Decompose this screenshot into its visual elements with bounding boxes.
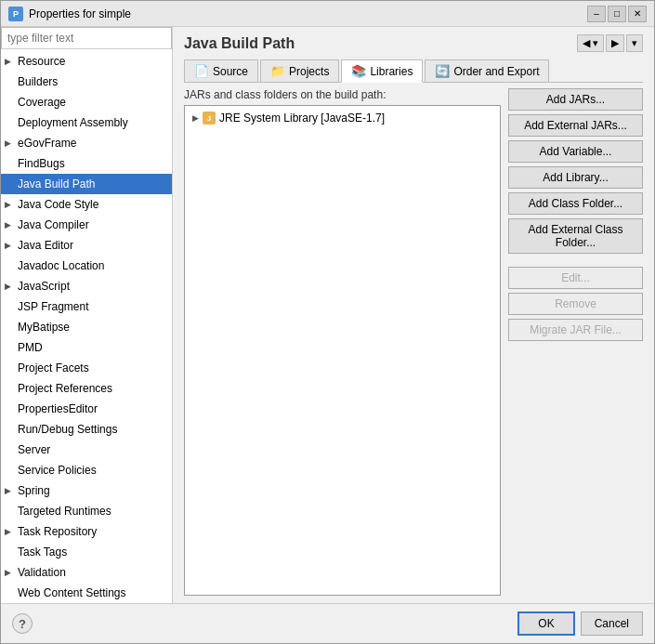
library-item[interactable]: ▶JJRE System Library [JavaSE-1.7] — [185, 110, 500, 126]
window-controls: – □ ✕ — [587, 6, 647, 22]
expand-arrow-icon: ▶ — [5, 523, 14, 540]
dialog-body: ▶ResourceBuildersCoverageDeployment Asse… — [1, 27, 654, 603]
sidebar-item-label: Task Tags — [18, 544, 67, 560]
maximize-button[interactable]: □ — [608, 6, 626, 22]
sidebar-item[interactable]: Web Content Settings — [1, 583, 172, 603]
title-bar: P Properties for simple – □ ✕ — [1, 1, 654, 27]
sidebar-item[interactable]: ▶Resource — [1, 51, 172, 72]
tab-icon: 🔄 — [435, 64, 450, 78]
sidebar-item[interactable]: ▶JavaScript — [1, 276, 172, 296]
sidebar-item[interactable]: Task Tags — [1, 542, 172, 562]
sidebar-item[interactable]: Targeted Runtimes — [1, 501, 172, 521]
page-title: Java Build Path — [184, 35, 295, 52]
sidebar-item-label: Builders — [18, 73, 58, 90]
tab-label: Order and Export — [453, 65, 539, 78]
footer-right: OK Cancel — [517, 611, 643, 636]
sidebar-item-label: MyBatipse — [18, 319, 70, 335]
dialog-footer: ? OK Cancel — [1, 603, 654, 643]
sidebar-item-label: Java Editor — [18, 237, 73, 254]
library-tree[interactable]: ▶JJRE System Library [JavaSE-1.7] — [184, 105, 501, 596]
tab-source[interactable]: 📄Source — [184, 59, 258, 82]
sidebar-item-label: Server — [18, 441, 50, 458]
tab-icon: 📄 — [194, 64, 209, 78]
sidebar-item[interactable]: PropertiesEditor — [1, 399, 172, 419]
expand-arrow-icon: ▶ — [5, 237, 14, 254]
sidebar-item[interactable]: Project Facets — [1, 358, 172, 378]
tab-label: Source — [213, 65, 248, 78]
sidebar-item-label: eGovFrame — [18, 135, 76, 151]
sidebar-item[interactable]: ▶Java Editor — [1, 235, 172, 256]
sidebar-item-label: JSP Fragment — [18, 298, 88, 315]
sidebar-item-label: Project References — [18, 380, 112, 397]
sidebar-item[interactable]: Project References — [1, 378, 172, 399]
tree-list: ▶ResourceBuildersCoverageDeployment Asse… — [1, 49, 172, 603]
sidebar-item-label: Spring — [18, 482, 50, 499]
library-panel: JARs and class folders on the build path… — [184, 88, 501, 596]
sidebar-item[interactable]: FindBugs — [1, 153, 172, 174]
sidebar-item[interactable]: JSP Fragment — [1, 296, 172, 317]
sidebar-item[interactable]: ▶Validation — [1, 562, 172, 583]
expand-arrow-icon: ▶ — [5, 564, 14, 581]
sidebar-item[interactable]: ▶eGovFrame — [1, 133, 172, 153]
sidebar-item-label: Task Repository — [18, 523, 97, 540]
action-button[interactable]: Add Class Folder... — [508, 192, 643, 215]
sidebar-item[interactable]: ▶Spring — [1, 480, 172, 501]
menu-button[interactable]: ▾ — [626, 34, 643, 52]
sidebar-item[interactable]: ▶Java Code Style — [1, 194, 172, 215]
sidebar-item-label: Targeted Runtimes — [18, 503, 111, 519]
nav-arrows: ◀ ▾ ▶ ▾ — [577, 34, 643, 52]
sidebar-item-label: Java Build Path — [18, 176, 95, 192]
sidebar-item[interactable]: Server — [1, 440, 172, 460]
action-button[interactable]: Add Variable... — [508, 140, 643, 163]
right-header: Java Build Path ◀ ▾ ▶ ▾ — [184, 34, 643, 52]
ok-button[interactable]: OK — [517, 611, 574, 636]
minimize-button[interactable]: – — [587, 6, 606, 22]
sidebar-item-label: PropertiesEditor — [18, 401, 98, 417]
sidebar-item-label: Java Code Style — [18, 196, 98, 213]
help-button[interactable]: ? — [12, 613, 33, 634]
sidebar-item[interactable]: MyBatipse — [1, 317, 172, 337]
sidebar-item[interactable]: Service Policies — [1, 460, 172, 480]
content-area: JARs and class folders on the build path… — [184, 88, 643, 596]
action-button[interactable]: Add External JARs... — [508, 114, 643, 137]
sidebar-item[interactable]: Run/Debug Settings — [1, 419, 172, 440]
action-button[interactable]: Add External Class Folder... — [508, 218, 643, 254]
sidebar-item-label: Deployment Assembly — [18, 114, 128, 131]
action-button[interactable]: Add JARs... — [508, 88, 643, 111]
filter-input[interactable] — [1, 27, 172, 49]
expand-arrow-icon: ▶ — [5, 53, 14, 70]
tab-icon: 📚 — [351, 64, 366, 78]
expand-arrow-icon: ▶ — [5, 217, 14, 233]
action-button: Migrate JAR File... — [508, 319, 643, 341]
library-label: JARs and class folders on the build path… — [184, 88, 501, 101]
expand-arrow-icon: ▶ — [5, 196, 14, 213]
sidebar-item-label: Web Content Settings — [18, 585, 126, 601]
sidebar-item-label: Java Compiler — [18, 217, 89, 233]
sidebar-item[interactable]: Coverage — [1, 92, 172, 112]
tab-order-and-export[interactable]: 🔄Order and Export — [425, 59, 549, 82]
cancel-button[interactable]: Cancel — [581, 611, 643, 636]
tabs-bar: 📄Source📁Projects📚Libraries🔄Order and Exp… — [184, 59, 643, 83]
tab-projects[interactable]: 📁Projects — [260, 59, 339, 82]
back-button[interactable]: ◀ ▾ — [577, 34, 604, 52]
tab-libraries[interactable]: 📚Libraries — [341, 59, 423, 83]
sidebar-item[interactable]: ▶Java Compiler — [1, 215, 172, 235]
sidebar-item-label: FindBugs — [18, 155, 65, 172]
sidebar-item[interactable]: ▶Task Repository — [1, 521, 172, 542]
action-button[interactable]: Add Library... — [508, 166, 643, 189]
expand-arrow-icon: ▶ — [5, 278, 14, 295]
close-button[interactable]: ✕ — [628, 6, 647, 22]
library-icon: J — [203, 112, 216, 125]
sidebar-item[interactable]: Javadoc Location — [1, 256, 172, 276]
action-buttons-panel: Add JARs...Add External JARs...Add Varia… — [508, 88, 643, 596]
dialog-title: Properties for simple — [29, 7, 582, 20]
sidebar-item[interactable]: Builders — [1, 72, 172, 92]
sidebar-item[interactable]: Deployment Assembly — [1, 112, 172, 133]
lib-expand-arrow-icon: ▶ — [192, 113, 199, 123]
dialog-icon: P — [8, 7, 23, 21]
sidebar-item-label: Javadoc Location — [18, 257, 104, 274]
properties-dialog: P Properties for simple – □ ✕ ▶ResourceB… — [0, 0, 655, 644]
sidebar-item[interactable]: PMD — [1, 337, 172, 358]
forward-button[interactable]: ▶ — [606, 34, 624, 52]
sidebar-item[interactable]: Java Build Path — [1, 174, 172, 194]
